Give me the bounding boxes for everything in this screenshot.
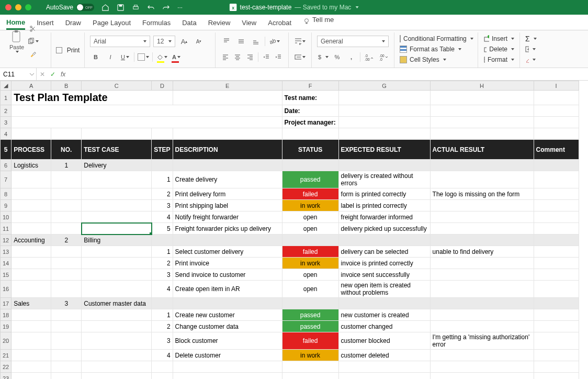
cell-C13[interactable] bbox=[82, 246, 152, 258]
cell-A7[interactable] bbox=[12, 171, 51, 188]
cell-F20[interactable]: failed bbox=[282, 332, 338, 350]
cell-B9[interactable] bbox=[51, 200, 82, 211]
cell-I2[interactable] bbox=[534, 105, 579, 117]
col-header-B[interactable]: B bbox=[51, 81, 82, 91]
cell-B17[interactable]: 3 bbox=[51, 298, 82, 309]
cell-E7[interactable]: Create delivery bbox=[173, 171, 282, 188]
orientation-button[interactable]: ab bbox=[268, 36, 280, 47]
cell-G21[interactable]: customer deleted bbox=[338, 350, 430, 361]
cell-G17[interactable] bbox=[338, 298, 430, 309]
paste-button[interactable]: Paste bbox=[9, 30, 24, 53]
col-header-C[interactable]: C bbox=[82, 81, 152, 91]
cell[interactable] bbox=[82, 373, 152, 380]
cell-C16[interactable] bbox=[82, 281, 152, 298]
grow-font[interactable]: A▴ bbox=[178, 36, 190, 47]
format-as-table[interactable]: Format as Table bbox=[400, 44, 472, 54]
cell-E19[interactable]: Change customer data bbox=[173, 321, 282, 332]
format-painter-button[interactable] bbox=[27, 48, 39, 60]
row-header-1[interactable]: 1 bbox=[1, 91, 12, 105]
cell-H14[interactable] bbox=[430, 258, 534, 269]
tab-insert[interactable]: Insert bbox=[37, 19, 54, 30]
cell-F16[interactable]: open bbox=[282, 281, 338, 298]
spreadsheet[interactable]: ◢ABCDEFGHI1Test Plan TemplateTest name:2… bbox=[0, 81, 588, 379]
cell-B6[interactable]: 1 bbox=[51, 160, 82, 171]
cell-I7[interactable] bbox=[534, 171, 579, 188]
cell-E21[interactable]: Delete customer bbox=[173, 350, 282, 361]
col-header-A[interactable]: A bbox=[12, 81, 51, 91]
comma-format[interactable]: , bbox=[346, 51, 357, 63]
cell-G20[interactable]: customer blocked bbox=[338, 332, 430, 350]
cell-F18[interactable]: passed bbox=[282, 309, 338, 321]
row-header-7[interactable]: 7 bbox=[1, 171, 12, 188]
cell-I14[interactable] bbox=[534, 258, 579, 269]
cell-C18[interactable] bbox=[82, 309, 152, 321]
cell-E10[interactable]: Notify freight forwarder bbox=[173, 211, 282, 223]
cell-D15[interactable]: 3 bbox=[152, 269, 173, 281]
chevron-down-icon[interactable] bbox=[355, 6, 358, 8]
cell-F21[interactable]: in work bbox=[282, 350, 338, 361]
cell-B15[interactable] bbox=[51, 269, 82, 281]
cell-H2[interactable] bbox=[430, 105, 534, 117]
cell-I11[interactable] bbox=[534, 223, 579, 235]
cell-B20[interactable] bbox=[51, 332, 82, 350]
align-left[interactable] bbox=[221, 51, 230, 63]
row-header-4[interactable]: 4 bbox=[1, 128, 12, 140]
cell-G18[interactable]: new customer is created bbox=[338, 309, 430, 321]
italic-button[interactable]: I bbox=[105, 51, 116, 63]
row-header-18[interactable]: 18 bbox=[1, 309, 12, 321]
cell-C8[interactable] bbox=[82, 188, 152, 200]
cell-B16[interactable] bbox=[51, 281, 82, 298]
file-name[interactable]: test-case-template bbox=[240, 4, 292, 11]
cell-G5[interactable]: EXPECTED RESULT bbox=[338, 140, 430, 160]
cell-C10[interactable] bbox=[82, 211, 152, 223]
row-header-21[interactable]: 21 bbox=[1, 350, 12, 361]
number-format-select[interactable]: General bbox=[317, 36, 389, 47]
cell-A17[interactable]: Sales bbox=[12, 298, 51, 309]
redo-icon[interactable] bbox=[162, 4, 170, 12]
cell-C15[interactable] bbox=[82, 269, 152, 281]
row-header-16[interactable]: 16 bbox=[1, 281, 12, 298]
cell-H19[interactable] bbox=[430, 321, 534, 332]
col-header-I[interactable]: I bbox=[534, 81, 579, 91]
cell-F15[interactable]: open bbox=[282, 269, 338, 281]
cell-A9[interactable] bbox=[12, 200, 51, 211]
cell-D7[interactable]: 1 bbox=[152, 171, 173, 188]
minimize-window[interactable] bbox=[15, 4, 21, 10]
font-color-button[interactable]: A bbox=[171, 51, 182, 63]
cell-B7[interactable] bbox=[51, 171, 82, 188]
cell-C7[interactable] bbox=[82, 171, 152, 188]
cell-F17[interactable] bbox=[282, 298, 338, 309]
cell-F3[interactable]: Project manager: bbox=[282, 117, 338, 128]
cell-F13[interactable]: failed bbox=[282, 246, 338, 258]
cell[interactable] bbox=[152, 361, 173, 373]
cell-H12[interactable] bbox=[430, 235, 534, 246]
cell-D8[interactable]: 2 bbox=[152, 188, 173, 200]
col-header-D[interactable]: D bbox=[152, 81, 173, 91]
increase-decimal[interactable]: .0.00 bbox=[364, 51, 375, 63]
cell-H8[interactable]: The logo is missing on the form bbox=[430, 188, 534, 200]
cell-E5[interactable]: DESCRIPTION bbox=[173, 140, 282, 160]
cell-I18[interactable] bbox=[534, 309, 579, 321]
cell-G14[interactable]: invoice is printed correctly bbox=[338, 258, 430, 269]
cell-I9[interactable] bbox=[534, 200, 579, 211]
cell-H3[interactable] bbox=[430, 117, 534, 128]
cell-E20[interactable]: Block customer bbox=[173, 332, 282, 350]
align-bottom[interactable] bbox=[250, 36, 262, 47]
cell-A16[interactable] bbox=[12, 281, 51, 298]
cell[interactable] bbox=[152, 373, 173, 380]
cell[interactable] bbox=[338, 128, 430, 140]
cell-I15[interactable] bbox=[534, 269, 579, 281]
cell-I12[interactable] bbox=[534, 235, 579, 246]
borders-button[interactable] bbox=[138, 51, 149, 63]
cell-B5[interactable]: NO. bbox=[51, 140, 82, 160]
cut-button[interactable] bbox=[27, 23, 39, 35]
cell-E8[interactable]: Print delivery form bbox=[173, 188, 282, 200]
align-center[interactable] bbox=[233, 51, 243, 63]
cell[interactable] bbox=[338, 373, 430, 380]
cell-A1[interactable]: Test Plan Template bbox=[12, 91, 173, 105]
tab-data[interactable]: Data bbox=[182, 19, 196, 30]
tab-review[interactable]: Review bbox=[208, 19, 231, 30]
col-header-E[interactable]: E bbox=[173, 81, 282, 91]
save-icon[interactable] bbox=[117, 4, 125, 12]
cell-C11[interactable] bbox=[82, 223, 152, 235]
